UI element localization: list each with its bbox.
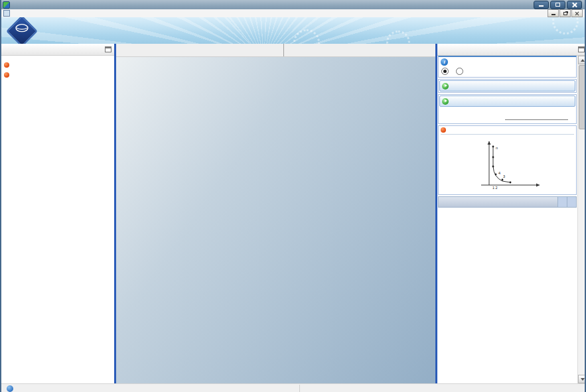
svg-text:3: 3 [503,174,505,178]
radio-input-parameters[interactable] [441,68,449,75]
arrow-up-icon [581,59,585,62]
header-stub [557,197,567,207]
section-icon [442,98,449,105]
mdi-minimize-button[interactable] [548,9,559,17]
main-area: i [1,44,585,383]
maximize-button[interactable] [550,1,565,9]
input-note-header [441,127,574,133]
section-shape-diagram: n 4 3 1 2 [461,136,554,193]
close-button[interactable] [567,1,582,9]
svg-text:n: n [496,146,498,150]
bullet-icon [4,62,9,68]
parameters-panel: i [437,44,586,383]
mdi-close-icon [575,11,579,16]
application-window: i [0,0,586,392]
input-mode-header: i [441,58,574,66]
wave-ship-scene [116,57,435,384]
status-bar [1,383,585,392]
input-note-box: n 4 3 1 2 [438,125,577,195]
status-divider [299,385,300,392]
minimize-button[interactable] [534,1,549,9]
panel-scrollbar[interactable] [577,56,586,383]
scrollbar-thumb[interactable] [579,65,586,129]
svg-text:1 2: 1 2 [492,186,498,190]
banner [1,17,585,44]
hull-form-group [438,94,577,124]
offsets-table-header [438,196,577,208]
hull-dimensions-section-bar[interactable] [439,80,575,92]
info-icon: i [441,58,448,66]
section-count-row [439,107,576,120]
maximize-icon [555,3,560,7]
hull-form-section-bar[interactable] [439,96,575,107]
workspace [116,44,435,383]
section-count-field[interactable] [505,119,568,120]
arrow-down-icon [581,378,585,381]
workspace-tab-bar [116,44,435,57]
hull-dimensions-group [438,79,577,93]
float-panel-icon[interactable] [105,46,111,52]
bullet-icon [441,127,446,133]
bullet-icon [4,72,9,78]
scroll-down-button[interactable] [578,375,586,383]
section-icon [442,83,449,90]
left-panel-header [1,44,114,56]
input-mode-options [441,68,574,75]
mdi-minimize-icon [551,14,555,15]
points-count-values [439,121,576,123]
header-stub [567,197,576,207]
tab-2d-nonlinear-wave-load[interactable] [116,44,284,56]
input-mode-group: i [438,56,577,78]
parameters-content: i [437,56,577,383]
scroll-up-button[interactable] [578,56,586,64]
operation-note-header [4,72,114,78]
svg-text:4: 4 [498,171,500,175]
radio-input-file[interactable] [456,68,463,75]
offsets-table [438,196,577,208]
mdi-child-icon[interactable] [3,10,10,17]
status-sphere-icon [7,385,13,392]
platform-note-header [4,62,114,68]
minimize-icon [539,5,544,7]
3d-viewport[interactable] [116,57,435,384]
mdi-close-button[interactable] [571,9,583,17]
right-panel-header [437,44,586,56]
module-tree [1,56,114,58]
mdi-restore-button[interactable] [559,9,571,17]
app-icon [3,1,10,9]
close-icon [571,2,577,8]
mdi-restore-icon [563,12,567,15]
forecast-module-panel [1,44,114,383]
title-bar [1,0,585,9]
float-panel-icon[interactable] [578,46,585,52]
